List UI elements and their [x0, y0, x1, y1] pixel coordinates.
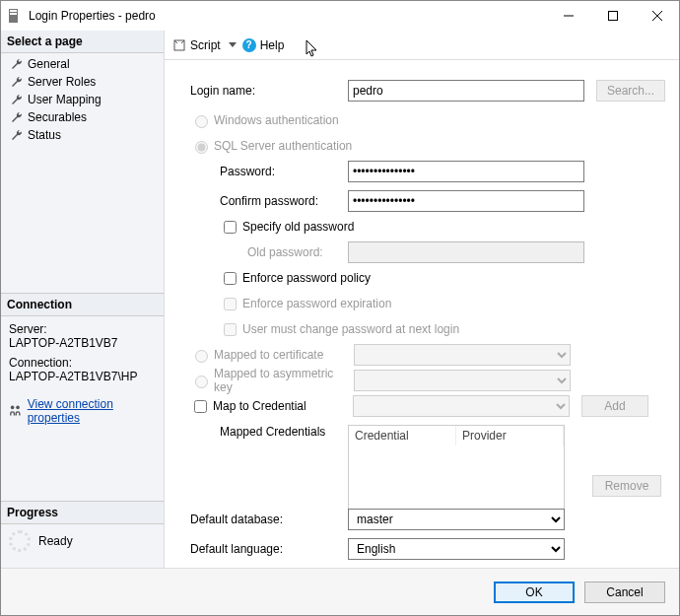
- page-label: Server Roles: [28, 75, 96, 89]
- password-input[interactable]: [348, 161, 584, 182]
- wrench-icon: [11, 76, 23, 88]
- left-panel: Select a page General Server Roles User …: [1, 31, 165, 568]
- svg-rect-2: [10, 13, 17, 15]
- progress-status: Ready: [38, 534, 73, 548]
- window-title: Login Properties - pedro: [29, 9, 546, 23]
- svg-point-8: [16, 406, 20, 410]
- wrench-icon: [11, 111, 23, 123]
- col-credential: Credential: [349, 426, 456, 445]
- minimize-button[interactable]: [546, 2, 590, 30]
- progress-header: Progress: [1, 501, 164, 524]
- enforce-expiration-checkbox: [224, 298, 237, 310]
- title-bar: Login Properties - pedro: [1, 1, 679, 31]
- connection-props-icon: [9, 404, 22, 418]
- must-change-label: User must change password at next login: [242, 322, 459, 336]
- password-label: Password:: [190, 165, 348, 178]
- wrench-icon: [11, 94, 23, 105]
- server-label: Server:: [9, 322, 156, 336]
- sql-auth-label: SQL Server authentication: [214, 139, 352, 153]
- svg-rect-1: [10, 10, 17, 12]
- app-icon: [7, 8, 23, 24]
- default-lang-select[interactable]: English: [348, 538, 565, 560]
- cancel-button[interactable]: Cancel: [584, 582, 665, 603]
- help-button[interactable]: ? Help: [242, 38, 285, 52]
- svg-rect-4: [608, 12, 617, 21]
- confirm-password-input[interactable]: [348, 190, 584, 212]
- enforce-expiration-label: Enforce password expiration: [242, 297, 391, 310]
- mapped-credentials-label: Mapped Credentials: [190, 423, 348, 439]
- old-password-label: Old password:: [190, 245, 348, 259]
- page-user-mapping[interactable]: User Mapping: [1, 91, 164, 108]
- maximize-button[interactable]: [590, 2, 635, 30]
- search-button: Search...: [596, 80, 665, 102]
- page-label: User Mapping: [28, 93, 102, 106]
- confirm-password-label: Confirm password:: [190, 194, 348, 208]
- script-dropdown[interactable]: Script: [172, 38, 237, 52]
- server-value: LAPTOP-A2TB1VB7: [9, 336, 156, 350]
- toolbar: Script ? Help: [165, 31, 679, 60]
- script-icon: [172, 38, 186, 52]
- enforce-policy-label: Enforce password policy: [242, 271, 371, 285]
- dialog-footer: OK Cancel: [1, 568, 679, 615]
- page-list: General Server Roles User Mapping Secura…: [1, 53, 164, 146]
- script-label: Script: [190, 38, 221, 52]
- ok-button[interactable]: OK: [494, 582, 575, 603]
- windows-auth-radio: [195, 115, 208, 128]
- mapped-cert-label: Mapped to certificate: [214, 348, 354, 362]
- cursor-icon: [306, 39, 321, 59]
- windows-auth-label: Windows authentication: [214, 113, 339, 127]
- col-provider: Provider: [456, 426, 564, 445]
- must-change-checkbox: [224, 323, 237, 336]
- chevron-down-icon: [229, 42, 237, 47]
- view-connection-properties-link[interactable]: View connection properties: [28, 397, 156, 425]
- map-credential-label: Map to Credential: [213, 399, 353, 413]
- mapped-asym-label: Mapped to asymmetric key: [214, 367, 354, 394]
- mapped-asym-radio: [195, 376, 208, 388]
- page-server-roles[interactable]: Server Roles: [1, 73, 164, 91]
- wrench-icon: [11, 58, 23, 70]
- connection-label: Connection:: [9, 356, 156, 370]
- help-label: Help: [260, 38, 285, 52]
- svg-point-7: [11, 406, 15, 410]
- mapped-cert-select: [354, 344, 571, 366]
- page-general[interactable]: General: [1, 55, 164, 73]
- default-lang-label: Default language:: [190, 542, 348, 556]
- connection-value: LAPTOP-A2TB1VB7\HP: [9, 370, 156, 383]
- map-credential-checkbox[interactable]: [194, 400, 207, 413]
- default-db-label: Default database:: [190, 513, 348, 526]
- specify-old-password-label: Specify old password: [242, 220, 354, 234]
- wrench-icon: [11, 129, 23, 141]
- remove-button: Remove: [592, 475, 661, 497]
- mapped-asym-select: [354, 370, 571, 391]
- connection-header: Connection: [1, 293, 164, 316]
- progress-spinner-icon: [9, 530, 31, 552]
- right-panel: Script ? Help Login name: Search... Wind…: [165, 31, 679, 568]
- page-securables[interactable]: Securables: [1, 108, 164, 126]
- select-page-header: Select a page: [1, 31, 164, 53]
- specify-old-password-checkbox[interactable]: [224, 221, 237, 234]
- close-button[interactable]: [635, 2, 679, 30]
- add-button: Add: [581, 395, 648, 417]
- sql-auth-radio: [195, 141, 208, 154]
- help-icon: ?: [242, 38, 256, 52]
- old-password-input: [348, 241, 584, 263]
- map-credential-select: [353, 395, 570, 417]
- page-status[interactable]: Status: [1, 126, 164, 144]
- page-label: Status: [28, 128, 61, 142]
- login-name-input[interactable]: [348, 80, 584, 102]
- enforce-policy-checkbox[interactable]: [224, 272, 237, 285]
- login-name-label: Login name:: [190, 84, 348, 98]
- mapped-cert-radio: [195, 350, 208, 363]
- default-db-select[interactable]: master: [348, 509, 565, 530]
- page-label: General: [28, 57, 70, 71]
- page-label: Securables: [28, 110, 87, 124]
